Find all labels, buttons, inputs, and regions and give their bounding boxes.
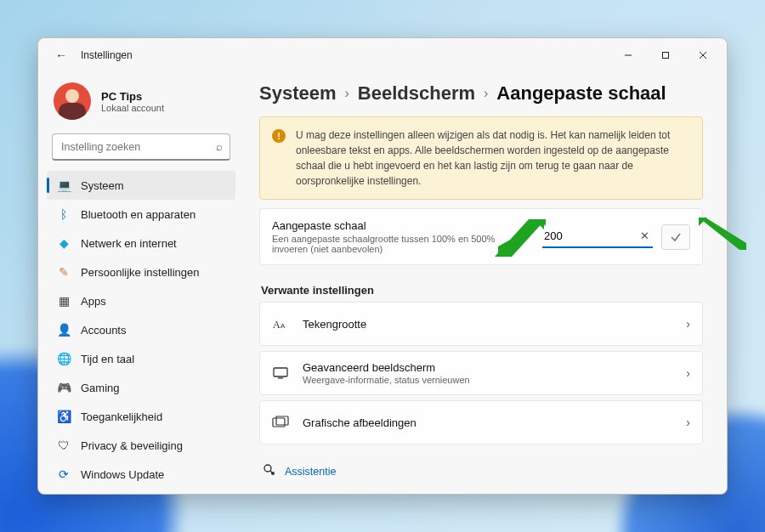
row-title: Grafische afbeeldingen xyxy=(303,416,416,429)
sidebar-item-label: Privacy & beveiliging xyxy=(81,439,183,452)
chevron-right-icon: › xyxy=(345,86,349,101)
svg-rect-1 xyxy=(663,53,669,59)
sidebar-icon: ✎ xyxy=(57,265,71,279)
sidebar-icon: 🛡 xyxy=(57,439,71,452)
profile-account-type: Lokaal account xyxy=(101,103,164,113)
minimize-button[interactable] xyxy=(609,42,647,68)
warning-text: U mag deze instellingen alleen wijzigen … xyxy=(296,127,690,189)
sidebar-item-label: Tijd en taal xyxy=(81,353,134,365)
sidebar-item-label: Bluetooth en apparaten xyxy=(81,208,196,221)
sidebar-item-bluetooth-en-apparaten[interactable]: ᛒBluetooth en apparaten xyxy=(47,200,235,229)
sidebar-icon: ⟳ xyxy=(57,467,71,481)
monitor-icon xyxy=(272,366,289,380)
sidebar-icon: 👤 xyxy=(57,323,71,337)
titlebar: ← Instellingen xyxy=(38,38,727,72)
sidebar-item-label: Persoonlijke instellingen xyxy=(81,266,199,279)
related-heading: Verwante instellingen xyxy=(261,284,703,297)
svg-point-10 xyxy=(264,465,271,472)
sidebar-item-label: Apps xyxy=(81,295,106,308)
sidebar-item-netwerk-en-internet[interactable]: ◆Netwerk en internet xyxy=(47,229,235,258)
sidebar-icon: 🎮 xyxy=(57,381,71,394)
text-size-icon: AA xyxy=(272,318,289,330)
svg-text:A: A xyxy=(273,319,280,330)
sidebar-icon: 💻 xyxy=(57,178,71,192)
sidebar-item-tijd-en-taal[interactable]: 🌐Tijd en taal xyxy=(47,344,235,373)
row-subtitle: Weergave-informatie, status vernieuwen xyxy=(303,375,470,385)
settings-window: ← Instellingen PC Tips Lokaal account ⌕ … xyxy=(37,37,728,495)
custom-scale-title: Aangepaste schaal xyxy=(272,219,530,232)
svg-point-12 xyxy=(271,472,275,475)
confirm-scale-button[interactable] xyxy=(661,224,690,250)
sidebar-icon: ▦ xyxy=(57,294,71,308)
sidebar-item-accounts[interactable]: 👤Accounts xyxy=(47,315,235,344)
sidebar-icon: ♿ xyxy=(57,410,71,423)
sidebar-item-persoonlijke-instellingen[interactable]: ✎Persoonlijke instellingen xyxy=(47,258,235,286)
related-row-geavanceerd-beeldscherm[interactable]: Geavanceerd beeldschermWeergave-informat… xyxy=(259,351,703,395)
sidebar-item-label: Toegankelijkheid xyxy=(81,410,162,423)
related-row-tekengrootte[interactable]: AATekengrootte› xyxy=(259,302,703,346)
warning-banner: ! U mag deze instellingen alleen wijzige… xyxy=(259,116,703,200)
row-title: Geavanceerd beeldscherm xyxy=(303,361,470,374)
warning-icon: ! xyxy=(272,129,286,143)
row-title: Tekengrootte xyxy=(303,318,366,331)
chevron-right-icon: › xyxy=(686,366,690,380)
clear-input-icon[interactable]: ✕ xyxy=(640,229,649,242)
assist-label: Assistentie xyxy=(285,466,336,478)
back-button[interactable]: ← xyxy=(50,48,72,62)
assistance-link[interactable]: Assistentie xyxy=(263,463,703,479)
crumb-system[interactable]: Systeem xyxy=(259,82,337,105)
main-content: Systeem › Beeldscherm › Aangepaste schaa… xyxy=(244,72,727,494)
window-title: Instellingen xyxy=(81,49,133,61)
custom-scale-card: Aangepaste schaal Een aangepaste schaalg… xyxy=(259,208,703,265)
svg-rect-6 xyxy=(274,368,287,376)
custom-scale-input[interactable] xyxy=(542,226,653,248)
sidebar-item-gaming[interactable]: 🎮Gaming xyxy=(47,373,235,402)
search-icon: ⌕ xyxy=(216,140,223,153)
sidebar-icon: 🌐 xyxy=(57,352,71,365)
sidebar: PC Tips Lokaal account ⌕ 💻SysteemᛒBlueto… xyxy=(38,72,244,494)
sidebar-item-toegankelijkheid[interactable]: ♿Toegankelijkheid xyxy=(47,402,235,431)
graphics-icon xyxy=(272,416,289,429)
profile-block[interactable]: PC Tips Lokaal account xyxy=(42,77,241,132)
svg-text:A: A xyxy=(280,322,286,330)
chevron-right-icon: › xyxy=(686,416,690,429)
crumb-display[interactable]: Beeldscherm xyxy=(358,82,475,105)
breadcrumb: Systeem › Beeldscherm › Aangepaste schaa… xyxy=(259,82,703,105)
annotation-arrow-confirm xyxy=(697,216,748,255)
sidebar-item-apps[interactable]: ▦Apps xyxy=(47,286,235,315)
maximize-button[interactable] xyxy=(647,42,684,68)
sidebar-icon: ᛒ xyxy=(57,207,71,221)
sidebar-item-privacy-beveiliging[interactable]: 🛡Privacy & beveiliging xyxy=(47,431,235,460)
sidebar-icon: ◆ xyxy=(57,236,71,250)
crumb-current: Aangepaste schaal xyxy=(496,82,666,105)
sidebar-item-systeem[interactable]: 💻Systeem xyxy=(47,171,235,200)
search-input[interactable] xyxy=(60,140,216,154)
related-row-grafische-afbeeldingen[interactable]: Grafische afbeeldingen› xyxy=(259,400,703,444)
sidebar-item-label: Gaming xyxy=(81,382,120,394)
custom-scale-subtitle: Een aangepaste schaalgrootte tussen 100%… xyxy=(272,234,530,254)
annotation-arrow-input xyxy=(495,219,546,257)
sidebar-item-label: Netwerk en internet xyxy=(81,237,177,250)
assist-icon xyxy=(263,463,276,479)
sidebar-item-label: Systeem xyxy=(81,179,124,192)
profile-name: PC Tips xyxy=(101,90,164,103)
chevron-right-icon: › xyxy=(686,317,690,331)
sidebar-item-label: Windows Update xyxy=(81,468,164,481)
avatar xyxy=(54,82,91,120)
close-button[interactable] xyxy=(684,42,722,68)
chevron-right-icon: › xyxy=(484,86,488,101)
search-box[interactable]: ⌕ xyxy=(52,133,230,161)
sidebar-item-label: Accounts xyxy=(81,324,126,337)
sidebar-item-windows-update[interactable]: ⟳Windows Update xyxy=(47,460,235,489)
nav-list: 💻SysteemᛒBluetooth en apparaten◆Netwerk … xyxy=(42,171,241,489)
